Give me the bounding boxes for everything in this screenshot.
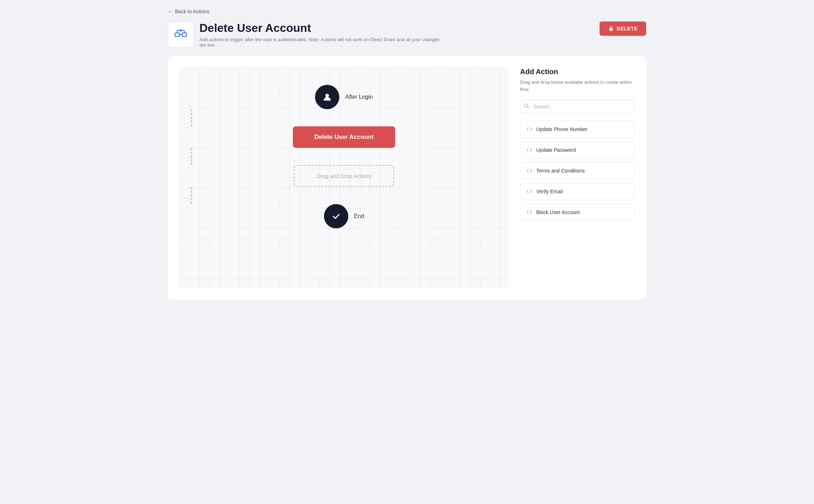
header-left: Delete User Account Add actions to trigg… (168, 21, 443, 48)
code-icon (526, 209, 533, 215)
search-box (520, 100, 635, 113)
code-icon (526, 126, 533, 132)
delete-button-label: DELETE (617, 26, 638, 32)
svg-rect-8 (611, 28, 611, 30)
svg-line-11 (528, 107, 529, 108)
sidebar-panel: Add Action Drag and drop below available… (520, 68, 635, 288)
action-item-label: Update Password (536, 147, 576, 153)
action-item-label: Block User Account (536, 209, 580, 215)
page-title: Delete User Account (199, 21, 443, 35)
sidebar-description: Drag and drop below available actions to… (520, 79, 635, 93)
flow-diagram-icon (174, 28, 188, 42)
drop-zone[interactable]: Drag and Drop Actions (294, 165, 394, 187)
main-content: After Login Delete User Account Drag and… (168, 56, 646, 300)
action-item-block-user[interactable]: Block User Account (520, 204, 635, 221)
connector-3 (191, 187, 192, 204)
action-item-update-password[interactable]: Update Password (520, 141, 635, 159)
svg-rect-1 (182, 33, 186, 37)
page-header: Delete User Account Add actions to trigg… (168, 21, 646, 48)
start-circle (315, 85, 339, 109)
flow-nodes: After Login Delete User Account Drag and… (179, 68, 509, 246)
start-node: After Login (315, 85, 373, 109)
sidebar-title: Add Action (520, 68, 635, 76)
code-icon (526, 168, 533, 174)
connector-1 (191, 109, 192, 126)
delete-button[interactable]: DELETE (600, 21, 646, 36)
action-item-terms-conditions[interactable]: Terms and Conditions (520, 162, 635, 179)
checkmark-icon (331, 211, 341, 221)
action-node-label: Delete User Account (314, 134, 374, 140)
action-item-update-phone[interactable]: Update Phone Number (520, 121, 635, 138)
end-node-label: End (354, 213, 364, 219)
svg-point-9 (325, 94, 329, 97)
svg-rect-0 (175, 33, 179, 37)
drop-zone-label: Drag and Drop Actions (317, 173, 371, 179)
header-text: Delete User Account Add actions to trigg… (199, 21, 443, 48)
search-input[interactable] (520, 100, 635, 113)
action-item-label: Update Phone Number (536, 126, 587, 132)
action-item-label: Verify Email (536, 189, 563, 194)
connector-2 (191, 148, 192, 165)
end-node: End (324, 204, 364, 228)
back-label: Back to Actions (175, 9, 209, 14)
action-item-label: Terms and Conditions (536, 168, 585, 174)
search-icon (524, 103, 529, 110)
back-arrow-icon: ← (168, 9, 173, 14)
header-icon-box (168, 22, 194, 48)
trash-icon (608, 26, 614, 32)
start-node-label: After Login (345, 94, 373, 100)
page-description: Add actions to trigger after the user is… (199, 37, 443, 48)
code-icon (526, 188, 533, 195)
svg-rect-7 (610, 28, 611, 30)
action-item-verify-email[interactable]: Verify Email (520, 183, 635, 200)
action-list: Update Phone Number Update Password Term… (520, 121, 635, 221)
flow-canvas: After Login Delete User Account Drag and… (179, 68, 509, 288)
svg-point-6 (180, 29, 182, 32)
back-navigation[interactable]: ← Back to Actions (168, 9, 646, 14)
end-circle (324, 204, 348, 228)
user-icon (322, 92, 332, 102)
code-icon (526, 147, 533, 153)
action-node: Delete User Account (293, 126, 395, 148)
